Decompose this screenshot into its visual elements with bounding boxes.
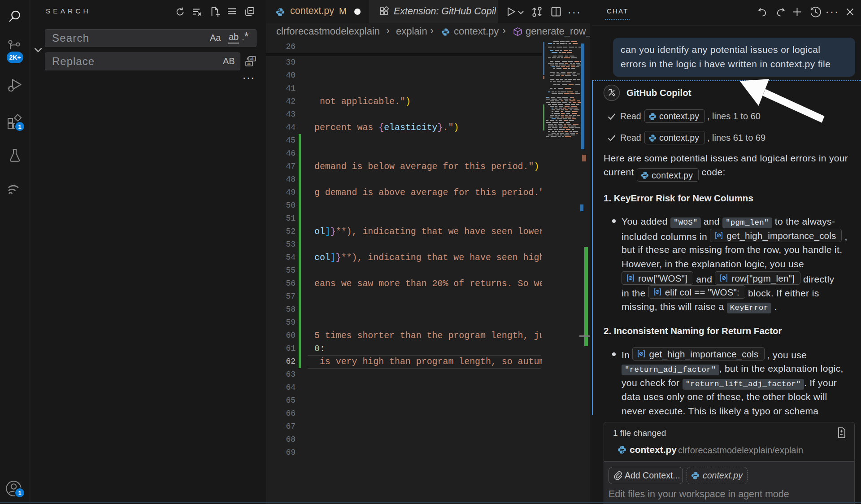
svg-text:ac: ac [247,61,252,66]
svg-text:ab: ab [250,56,255,61]
